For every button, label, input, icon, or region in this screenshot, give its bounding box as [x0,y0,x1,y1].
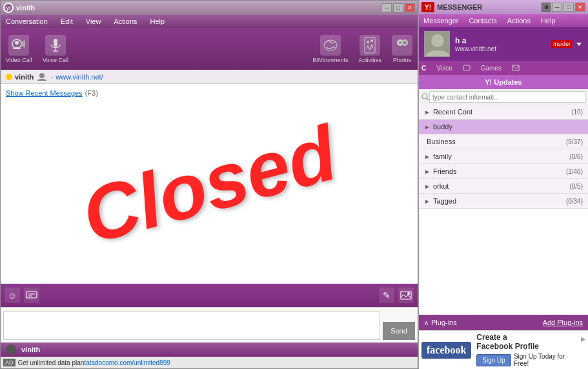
svg-marker-4 [21,40,25,48]
status-bar: vinith - www.vinith.net/ [1,70,418,84]
svg-point-13 [399,41,401,44]
title-bar: y! vinith ─ □ ✕ [1,1,418,15]
group-name-friends: Friends [433,167,563,175]
search-input[interactable] [429,91,585,103]
group-count-friends: (1/46) [566,168,583,175]
svg-point-16 [39,73,45,78]
messenger-close-button[interactable]: ✕ [575,3,585,12]
games-icon [463,65,471,71]
messenger-maximize-button[interactable]: □ [563,3,574,12]
svg-point-23 [431,34,444,47]
svg-text:y!: y! [6,5,11,11]
contact-group-friends: ► Friends (1/46) [419,164,588,179]
updates-panel: Y! Updates [419,75,588,89]
messenger-menu-help[interactable]: Help [539,16,558,26]
voice-tab[interactable]: Voice [434,63,454,73]
closed-watermark: Closed [73,107,345,260]
fb-signup-button[interactable]: Sign Up [476,354,511,366]
messenger-menu-messenger[interactable]: Messenger [421,16,460,26]
messenger-settings-icon[interactable]: ⚙ [542,3,551,12]
fb-ad-sub-text: Sign Up Today for Free! [514,353,576,367]
photos-icon [392,35,412,56]
svg-point-10 [367,41,369,43]
profile-area: h a www.vinith.net Insider [419,27,588,61]
messenger-menu-actions[interactable]: Actions [505,16,532,26]
contact-group-header-tagged[interactable]: ► Tagged (0/34) [419,194,588,208]
add-plugins-link[interactable]: Add Plug-ins [543,319,583,326]
show-recent-link[interactable]: Show Recent Messages [6,89,83,97]
ad-text: Get unlimited data plan [18,359,85,366]
ad-label: AD [3,359,15,366]
insider-badge: Insider [551,40,573,48]
image-button[interactable] [398,288,414,303]
edit-button[interactable]: ✎ [379,288,394,303]
menu-view[interactable]: View [83,16,104,26]
group-name-buddy: buddy [433,123,580,131]
contact-group-header-business[interactable]: Business (5/37) [419,134,588,149]
messenger-title-controls: ⚙ ─ □ ✕ [542,3,585,12]
contact-group-header-recent[interactable]: ► Recent Cont (10) [419,105,588,119]
show-recent-shortcut: (F3) [85,89,98,97]
profile-info: h a www.vinith.net [455,36,546,52]
fb-ad-text: Create a Facebook Profile Sign Up Sign U… [476,333,576,367]
activities-icon [360,35,380,56]
svg-line-28 [427,98,429,100]
contact-group-header-family[interactable]: ► family (0/6) [419,149,588,163]
video-call-button[interactable]: Video Call [6,35,32,63]
buzz-button[interactable] [24,288,39,303]
messenger-menu-contacts[interactable]: Contacts [467,16,498,26]
app-icon: y! [3,3,14,13]
imvironments-icon [320,35,341,56]
fb-ad-title: Create a [476,333,576,342]
group-arrow-buddy: ► [424,123,431,131]
photos-button[interactable]: Photos [392,35,412,63]
smiley-button[interactable]: ☺ [5,288,20,303]
search-icon [421,93,429,101]
input-area: Send [1,307,418,343]
profile-name: h a [455,36,546,45]
fb-ad-close-button[interactable]: ▸ [581,333,585,344]
menu-conversation[interactable]: Conversation [3,16,50,26]
group-name-recent: Recent Cont [433,108,569,116]
messenger-minimize-button[interactable]: ─ [552,3,562,12]
imvironments-label: IMVironments [312,57,348,63]
ad-bar: AD Get unlimited data plan tatadocomo.co… [1,357,418,368]
messenger-logo: Y! MESSENGER [421,2,482,12]
menu-help[interactable]: Help [148,16,168,26]
contact-group-header-friends[interactable]: ► Friends (1/46) [419,164,588,178]
svg-rect-17 [26,291,37,298]
maximize-button[interactable]: □ [393,3,403,12]
status-link[interactable]: www.vinith.net/ [56,73,103,81]
svg-rect-25 [463,65,470,70]
voice-call-button[interactable]: Voice Call [43,35,68,63]
group-count-tagged: (0/34) [566,198,583,205]
close-button[interactable]: ✕ [405,3,415,12]
menu-edit[interactable]: Edit [58,16,76,26]
minimize-button[interactable]: ─ [381,3,392,12]
contact-group-orkut: ► orkut (0/5) [419,179,588,194]
messenger-menu: Messenger Contacts Actions Help [419,14,588,27]
fb-ad-signup-area: Sign Up Sign Up Today for Free! [476,353,576,367]
chat-input[interactable] [3,311,380,340]
ad-link[interactable]: tatadocomo.com/unlimited899 [84,359,170,366]
group-arrow-friends: ► [424,168,431,175]
bottom-name: vinith [21,346,40,353]
profile-options: Insider [551,40,583,48]
send-button[interactable]: Send [383,322,415,340]
status-dot [6,74,12,80]
contact-group-business: Business (5/37) [419,134,588,149]
group-name-family: family [433,153,567,160]
imvironments-button[interactable]: IMVironments [312,35,348,63]
messenger-title-bar: Y! MESSENGER ⚙ ─ □ ✕ [419,0,588,14]
status-separator: - [50,72,53,81]
dropdown-icon[interactable] [575,40,583,48]
search-bar [419,89,588,105]
contact-group-header-orkut[interactable]: ► orkut (0/5) [419,179,588,193]
contact-group-header-buddy[interactable]: ► buddy [419,120,588,134]
games-tab[interactable]: Games [478,63,504,73]
profile-status-link[interactable]: www.vinith.net [455,45,546,52]
group-count-family: (0/6) [569,153,583,160]
activities-button[interactable]: Activities [358,35,381,63]
menu-actions[interactable]: Actions [111,16,139,26]
group-name-tagged: Tagged [433,197,563,205]
